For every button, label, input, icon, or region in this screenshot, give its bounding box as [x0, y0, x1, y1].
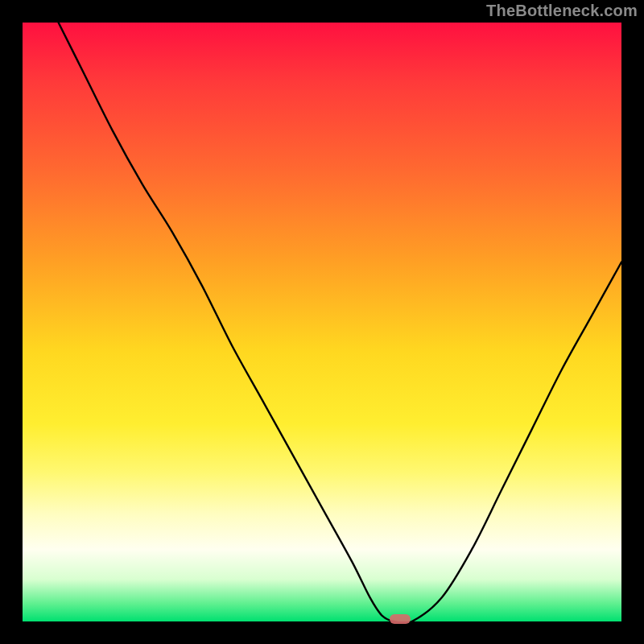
chart-frame: TheBottleneck.com — [0, 0, 644, 644]
plot-area — [23, 23, 621, 621]
background-gradient — [23, 23, 621, 621]
watermark-label: TheBottleneck.com — [486, 2, 638, 20]
optimal-marker — [390, 614, 411, 624]
